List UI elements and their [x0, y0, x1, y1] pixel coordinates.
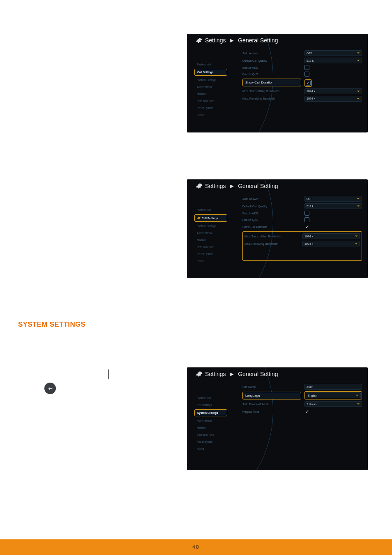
section-heading-system-settings: SYSTEM SETTINGS: [18, 320, 85, 329]
label-show-call-duration: Show Call Duration: [242, 225, 301, 228]
sidebar-item-administrator[interactable]: Administrator: [194, 230, 233, 236]
page-footer: 40: [0, 539, 392, 555]
label-site-name: Site Name: [242, 385, 301, 388]
sidebar-item-reset-system[interactable]: Reset System: [194, 439, 233, 444]
language-select[interactable]: English: [306, 392, 361, 398]
sidebar-item-call-settings[interactable]: Call Settings: [194, 402, 233, 408]
default-quality-select[interactable]: 512 k: [304, 203, 362, 209]
sidebar-item-date-time[interactable]: Date and Time: [194, 432, 233, 437]
enter-button-icon: [44, 383, 56, 394]
settings-form: Auto Answer OFF Default Call Quality 512…: [242, 196, 362, 261]
sidebar-item-system-settings[interactable]: System Settings: [194, 77, 233, 83]
chevron-down-icon: [357, 204, 360, 208]
sidebar: System Info Call Settings System Setting…: [194, 62, 233, 118]
label-enable-aes: Enable AES: [242, 212, 301, 215]
label-default-quality: Default Call Quality: [242, 205, 301, 208]
chevron-down-icon: [355, 242, 358, 245]
sidebar-item-date-time[interactable]: Date and Time: [194, 98, 233, 104]
chevron-down-icon: [355, 394, 359, 397]
label-tx-bandwidth: Max. Transmitting Bandwidth: [242, 90, 301, 93]
page-number: 40: [192, 544, 199, 550]
show-duration-checkbox[interactable]: [304, 224, 362, 230]
label-enable-qos: Enable QoS: [242, 218, 301, 221]
sidebar-item-monitor[interactable]: Monitor: [194, 237, 233, 243]
bandwidth-highlight-group: Max. Transmitting Bandwidth 1024 k Max. …: [242, 231, 362, 261]
label-show-call-duration: Show Call Duration: [242, 79, 301, 86]
sidebar-item-system-info[interactable]: System Info: [194, 395, 233, 401]
return-icon: [47, 385, 53, 391]
auto-power-off-select[interactable]: 2 Hours: [304, 401, 362, 407]
sidebar-item-system-info[interactable]: System Info: [194, 207, 233, 213]
tx-bandwidth-select[interactable]: 1024 k: [302, 233, 360, 239]
sidebar-item-administrator[interactable]: Administrator: [194, 418, 233, 423]
sidebar-item-monitor[interactable]: Monitor: [194, 425, 233, 430]
sidebar: System Info Call Settings System Setting…: [194, 395, 233, 451]
label-auto-answer: Auto Answer: [242, 52, 301, 55]
enable-qos-checkbox[interactable]: [304, 217, 309, 222]
sidebar-item-system-info[interactable]: System Info: [194, 62, 233, 67]
label-default-quality: Default Call Quality: [242, 59, 301, 62]
sidebar-item-home[interactable]: Home: [194, 112, 233, 118]
sidebar-item-monitor[interactable]: Monitor: [194, 91, 233, 97]
default-quality-select[interactable]: 512 k: [304, 58, 362, 63]
gear-icon: [197, 216, 201, 220]
keypad-tone-checkbox[interactable]: [304, 409, 362, 414]
enable-aes-checkbox[interactable]: [304, 211, 309, 216]
sidebar-item-system-settings[interactable]: System Settings: [194, 223, 233, 229]
enable-qos-checkbox[interactable]: [304, 72, 309, 77]
sidebar-item-home[interactable]: Home: [194, 446, 233, 451]
label-keypad-tone: Keypad Tone: [242, 410, 301, 413]
show-duration-highlight: [304, 79, 312, 87]
screenshot-call-settings-bandwidth: Settings ► General Setting System Info C…: [187, 179, 368, 278]
rx-bandwidth-select[interactable]: 1024 k: [304, 96, 362, 102]
screenshot-call-settings-duration: Settings ► General Setting System Info C…: [187, 34, 368, 132]
chevron-down-icon: [357, 402, 360, 406]
sidebar-item-date-time[interactable]: Date and Time: [194, 244, 233, 250]
show-duration-checkbox[interactable]: [306, 81, 311, 86]
screenshot-system-settings-language: Settings ► General Setting System Info C…: [187, 367, 368, 470]
label-enable-qos: Enable QoS: [242, 73, 301, 76]
language-highlight: English: [304, 391, 362, 399]
label-rx-bandwidth: Max. Receiving Bandwidth: [244, 242, 299, 245]
sidebar-item-administrator[interactable]: Administrator: [194, 84, 233, 90]
rx-bandwidth-select[interactable]: 1024 k: [302, 241, 360, 246]
chevron-down-icon: [357, 51, 360, 55]
settings-form: Site Name AVer Language English Auto Pow…: [242, 384, 362, 414]
tx-bandwidth-select[interactable]: 1024 k: [304, 88, 362, 94]
label-enable-aes: Enable AES: [242, 66, 301, 69]
chevron-down-icon: [357, 97, 360, 100]
text-cursor-mark: [108, 369, 109, 379]
chevron-down-icon: [355, 235, 358, 238]
label-language: Language: [242, 392, 301, 399]
sidebar-item-home[interactable]: Home: [194, 258, 233, 264]
sidebar: System Info Call Settings System Setting…: [194, 207, 233, 264]
settings-form: Auto Answer OFF Default Call Quality 512…: [242, 50, 362, 102]
site-name-field[interactable]: AVer: [304, 384, 362, 390]
sidebar-item-reset-system[interactable]: Reset System: [194, 251, 233, 257]
chevron-down-icon: [357, 90, 360, 93]
enable-aes-checkbox[interactable]: [304, 65, 309, 70]
chevron-down-icon: [357, 59, 360, 62]
chevron-down-icon: [357, 197, 360, 200]
label-tx-bandwidth: Max. Transmitting Bandwidth: [244, 235, 299, 238]
label-rx-bandwidth: Max. Receiving Bandwidth: [242, 97, 301, 100]
sidebar-item-call-settings[interactable]: Call Settings: [194, 214, 227, 222]
sidebar-item-reset-system[interactable]: Reset System: [194, 105, 233, 111]
sidebar-item-call-settings[interactable]: Call Settings: [194, 69, 227, 76]
auto-answer-select[interactable]: OFF: [304, 50, 362, 56]
auto-answer-select[interactable]: OFF: [304, 196, 362, 202]
label-auto-answer: Auto Answer: [242, 197, 301, 200]
label-auto-power-off: Auto Power-off Mode: [242, 403, 301, 406]
sidebar-item-system-settings[interactable]: System Settings: [194, 409, 227, 416]
